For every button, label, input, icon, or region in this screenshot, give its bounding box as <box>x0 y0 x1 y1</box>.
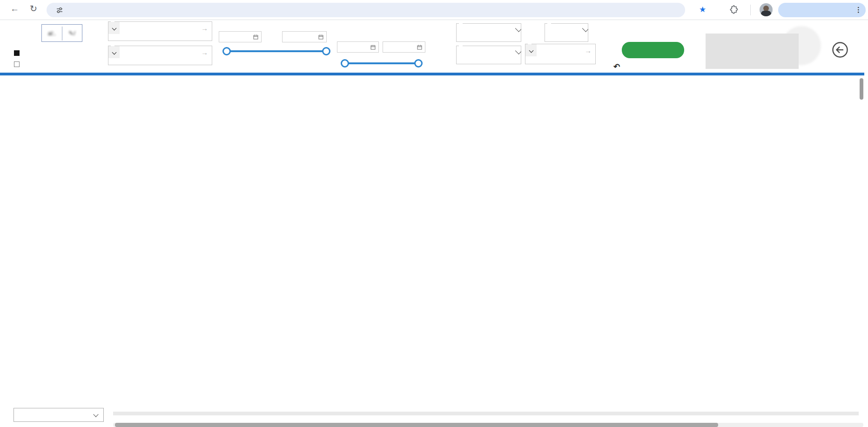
reply-date-slider-handle-left[interactable] <box>341 59 349 68</box>
level-filter <box>456 46 521 64</box>
id-submit-arrow-icon[interactable]: → <box>197 24 212 32</box>
code-filter <box>545 23 588 42</box>
browser-menu-kebab-icon[interactable]: ⋮ <box>855 6 862 14</box>
site-settings-icon[interactable] <box>56 7 63 14</box>
out-trans-submit-arrow-icon[interactable]: → <box>581 47 595 54</box>
issue-date-slider-track[interactable] <box>225 50 327 52</box>
table-vertical-scrollbar[interactable] <box>860 78 863 100</box>
reply-date-from[interactable] <box>337 41 379 53</box>
issue-date-from[interactable] <box>219 31 262 42</box>
chrome-update-button[interactable]: ⋮ <box>778 3 866 17</box>
reply-status-dropdown[interactable] <box>13 408 104 422</box>
calendar-icon[interactable] <box>417 45 422 50</box>
project-logo-slicer[interactable]: al:. ✎/ <box>41 24 82 42</box>
back-button-icon[interactable] <box>831 41 849 59</box>
project-drawings-button[interactable] <box>706 34 799 69</box>
url-bar[interactable] <box>47 3 685 17</box>
extensions-icon[interactable] <box>729 5 738 14</box>
chevron-down-icon[interactable] <box>582 26 588 32</box>
report-divider-bar <box>0 73 864 75</box>
title-dropdown-chevron[interactable] <box>108 46 120 58</box>
reply-date-to[interactable] <box>383 41 425 53</box>
superseded-versions-checkbox[interactable] <box>14 61 20 67</box>
chevron-down-icon[interactable] <box>515 26 521 32</box>
title-filter: → <box>108 46 212 65</box>
undo-icon: ↶ <box>613 62 620 72</box>
id-dropdown-chevron[interactable] <box>108 22 120 34</box>
document-id-filter: → <box>108 21 212 41</box>
out-trans-dropdown-chevron[interactable] <box>525 44 537 56</box>
profile-avatar[interactable] <box>760 3 773 16</box>
table-footer-separator <box>113 412 859 415</box>
browser-reload-icon[interactable]: ↻ <box>30 4 37 13</box>
redacted-logo-left: al:. <box>48 30 56 37</box>
issue-date-slider-handle-right[interactable] <box>322 47 330 55</box>
title-submit-arrow-icon[interactable]: → <box>197 48 212 56</box>
calendar-icon[interactable] <box>370 45 376 50</box>
powerbi-report-page: ← ↻ ★ ⋮ al:. ✎/ <box>0 0 868 427</box>
toolbar-divider <box>750 5 751 15</box>
reply-date-slider-handle-right[interactable] <box>414 59 423 68</box>
chevron-down-icon[interactable] <box>515 48 521 54</box>
chevron-down-icon <box>93 412 98 417</box>
location-filter <box>456 23 521 42</box>
issue-date-slider-handle-left[interactable] <box>222 47 231 55</box>
download-button[interactable] <box>622 42 684 58</box>
reply-date-slider-track[interactable] <box>344 62 420 64</box>
calendar-icon[interactable] <box>318 34 323 40</box>
bookmark-star-icon[interactable]: ★ <box>699 5 706 14</box>
issue-date-to[interactable] <box>282 31 327 42</box>
calendar-icon[interactable] <box>253 34 258 40</box>
table-horizontal-scrollbar-thumb[interactable] <box>115 423 718 427</box>
drawings-table <box>113 76 859 412</box>
reset-filters[interactable]: ↶ <box>613 62 623 72</box>
browser-toolbar: ← ↻ ★ ⋮ <box>0 0 868 20</box>
browser-back-icon[interactable]: ← <box>10 4 19 13</box>
latest-version-checkbox[interactable] <box>14 50 20 56</box>
out-trans-filter: → <box>525 44 596 64</box>
redacted-logo-right: ✎/ <box>68 30 75 37</box>
